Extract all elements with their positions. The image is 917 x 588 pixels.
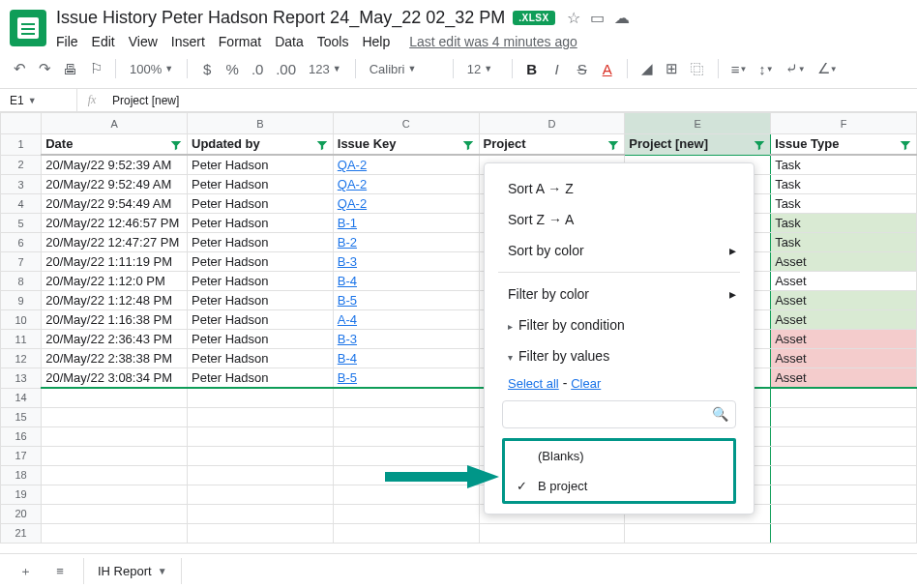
issue-key-link[interactable]: B-5 bbox=[338, 370, 357, 385]
doc-title[interactable]: Issue History Peter Hadson Report 24_May… bbox=[56, 8, 505, 28]
col-header-D[interactable]: D bbox=[479, 113, 625, 134]
empty-cell[interactable] bbox=[188, 388, 334, 407]
filter-by-condition[interactable]: ▸Filter by condition bbox=[485, 309, 754, 340]
filter-value-blanks[interactable]: (Blanks) bbox=[505, 441, 733, 471]
cell-updated-by[interactable]: Peter Hadson bbox=[188, 368, 334, 389]
empty-cell[interactable] bbox=[625, 523, 771, 543]
empty-cell[interactable] bbox=[42, 426, 188, 446]
cell-issue-key[interactable]: B-3 bbox=[333, 252, 479, 272]
cell-issue-key[interactable]: B-5 bbox=[333, 368, 479, 389]
cell-date[interactable]: 20/May/22 12:46:57 PM bbox=[42, 214, 188, 233]
issue-key-link[interactable]: B-3 bbox=[338, 332, 357, 346]
formula-input[interactable]: Project [new] bbox=[106, 94, 179, 107]
empty-cell[interactable] bbox=[188, 504, 334, 523]
row-header[interactable]: 13 bbox=[1, 368, 42, 389]
empty-cell[interactable] bbox=[771, 446, 917, 465]
row-header[interactable]: 20 bbox=[1, 504, 42, 523]
cell-date[interactable]: 20/May/22 12:47:27 PM bbox=[42, 233, 188, 252]
redo-button[interactable]: ↷ bbox=[35, 57, 54, 80]
empty-cell[interactable] bbox=[771, 504, 917, 523]
row-header[interactable]: 14 bbox=[1, 388, 42, 407]
empty-cell[interactable] bbox=[771, 426, 917, 446]
header-cell[interactable]: Project [new] bbox=[625, 134, 771, 156]
sort-az[interactable]: Sort A → Z bbox=[485, 173, 754, 204]
row-header[interactable]: 18 bbox=[1, 465, 42, 485]
row-header[interactable]: 21 bbox=[1, 523, 42, 543]
font-size-select[interactable]: 12▼ bbox=[463, 62, 502, 76]
empty-cell[interactable] bbox=[42, 388, 188, 407]
issue-key-link[interactable]: B-3 bbox=[338, 254, 357, 269]
name-box[interactable]: E1▼ bbox=[0, 89, 77, 111]
undo-button[interactable]: ↶ bbox=[10, 57, 29, 80]
valign-button[interactable]: ↕▼ bbox=[755, 57, 776, 80]
empty-cell[interactable] bbox=[771, 388, 917, 407]
font-select[interactable]: Calibri▼ bbox=[366, 62, 443, 76]
filter-icon[interactable] bbox=[606, 138, 620, 152]
cell-issue-type[interactable]: Asset bbox=[771, 330, 917, 349]
row-header[interactable]: 2 bbox=[1, 155, 42, 175]
sort-za[interactable]: Sort Z → A bbox=[485, 204, 754, 235]
empty-cell[interactable] bbox=[333, 504, 479, 523]
empty-cell[interactable] bbox=[42, 504, 188, 523]
cell-date[interactable]: 20/May/22 1:12:48 PM bbox=[42, 291, 188, 310]
empty-cell[interactable] bbox=[771, 407, 917, 426]
issue-key-link[interactable]: B-4 bbox=[338, 351, 357, 366]
empty-cell[interactable] bbox=[479, 523, 625, 543]
row-header[interactable]: 10 bbox=[1, 310, 42, 330]
issue-key-link[interactable]: B-5 bbox=[338, 293, 357, 308]
menu-edit[interactable]: Edit bbox=[92, 34, 115, 49]
empty-cell[interactable] bbox=[42, 465, 188, 485]
cell-issue-key[interactable]: B-3 bbox=[333, 330, 479, 349]
add-sheet-button[interactable]: ＋ bbox=[14, 560, 37, 583]
empty-cell[interactable] bbox=[188, 485, 334, 504]
fill-color-button[interactable]: ◢ bbox=[637, 57, 657, 80]
filter-value-b-project[interactable]: ✓B project bbox=[505, 471, 733, 501]
row-header[interactable]: 8 bbox=[1, 272, 42, 291]
print-button[interactable]: 🖶 bbox=[60, 57, 80, 80]
cell-updated-by[interactable]: Peter Hadson bbox=[188, 233, 334, 252]
sort-by-color[interactable]: Sort by color▸ bbox=[485, 235, 754, 266]
cell-date[interactable]: 20/May/22 2:38:38 PM bbox=[42, 349, 188, 368]
cell-issue-key[interactable]: B-1 bbox=[333, 214, 479, 233]
header-cell[interactable]: Issue Key bbox=[333, 134, 479, 156]
row-header[interactable]: 3 bbox=[1, 175, 42, 194]
issue-key-link[interactable]: A-4 bbox=[338, 312, 357, 327]
cell-issue-type[interactable]: Asset bbox=[771, 349, 917, 368]
cell-updated-by[interactable]: Peter Hadson bbox=[188, 155, 334, 175]
issue-key-link[interactable]: B-2 bbox=[338, 235, 357, 250]
borders-button[interactable]: ⊞ bbox=[663, 57, 682, 80]
row-header[interactable]: 17 bbox=[1, 446, 42, 465]
empty-cell[interactable] bbox=[42, 485, 188, 504]
strike-button[interactable]: S bbox=[573, 57, 592, 80]
cell-issue-type[interactable]: Task bbox=[771, 175, 917, 194]
issue-key-link[interactable]: QA-2 bbox=[338, 177, 367, 191]
increase-decimal-button[interactable]: .00 bbox=[273, 57, 299, 80]
last-edit-link[interactable]: Last edit was 4 minutes ago bbox=[409, 34, 577, 49]
bold-button[interactable]: B bbox=[522, 57, 542, 80]
currency-button[interactable]: $ bbox=[197, 57, 217, 80]
move-icon[interactable]: ▭ bbox=[590, 9, 605, 27]
row-header[interactable]: 15 bbox=[1, 407, 42, 426]
rotate-button[interactable]: ∠▼ bbox=[814, 57, 841, 80]
empty-cell[interactable] bbox=[188, 446, 334, 465]
cell-issue-key[interactable]: B-5 bbox=[333, 291, 479, 310]
col-header-E[interactable]: E bbox=[625, 113, 771, 134]
cell-date[interactable]: 20/May/22 9:54:49 AM bbox=[42, 194, 188, 214]
cell-issue-key[interactable]: B-4 bbox=[333, 349, 479, 368]
issue-key-link[interactable]: QA-2 bbox=[338, 196, 367, 211]
cell-updated-by[interactable]: Peter Hadson bbox=[188, 349, 334, 368]
cell-updated-by[interactable]: Peter Hadson bbox=[188, 214, 334, 233]
paint-format-button[interactable]: ⚐ bbox=[86, 57, 105, 80]
merge-button[interactable]: ⿻ bbox=[688, 57, 708, 80]
filter-icon[interactable] bbox=[753, 138, 766, 152]
cell-date[interactable]: 20/May/22 9:52:39 AM bbox=[42, 155, 188, 175]
filter-icon[interactable] bbox=[899, 138, 912, 152]
cell-issue-type[interactable]: Asset bbox=[771, 291, 917, 310]
clear-link[interactable]: Clear bbox=[571, 376, 601, 391]
menu-format[interactable]: Format bbox=[219, 34, 261, 49]
cell-issue-key[interactable]: QA-2 bbox=[333, 175, 479, 194]
row-header[interactable]: 12 bbox=[1, 349, 42, 368]
text-color-button[interactable]: A bbox=[598, 57, 617, 80]
cell-date[interactable]: 20/May/22 2:36:43 PM bbox=[42, 330, 188, 349]
cell-issue-type[interactable]: Asset bbox=[771, 272, 917, 291]
